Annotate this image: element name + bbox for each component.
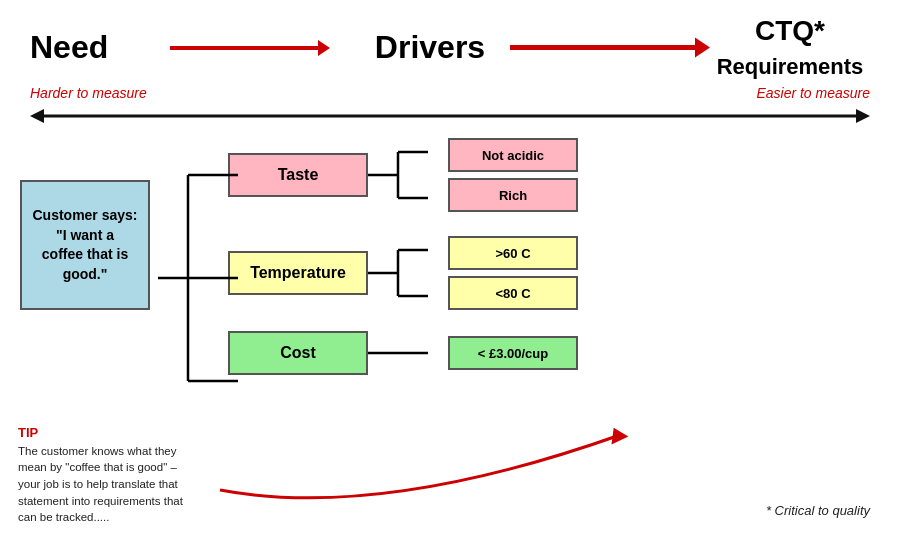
measure-arrow-container (30, 103, 870, 129)
arrow-drivers-to-ctq (510, 25, 710, 70)
customer-box: Customer says:"I want acoffee that isgoo… (20, 180, 150, 310)
svg-marker-5 (30, 109, 44, 123)
taste-ctq-group: Not acidic Rich (448, 138, 578, 212)
ctq-gt60c: >60 C (448, 236, 578, 270)
need-label: Need (30, 29, 150, 66)
svg-marker-3 (695, 38, 710, 58)
arrow-need-to-drivers (150, 30, 350, 66)
svg-marker-21 (609, 426, 630, 445)
ctq-label: CTQ* Requirements (710, 14, 870, 81)
temperature-ctq-group: >60 C <80 C (448, 236, 578, 310)
customer-text: Customer says:"I want acoffee that isgoo… (32, 206, 137, 284)
svg-marker-6 (856, 109, 870, 123)
cost-connector (368, 333, 448, 373)
temperature-connector (368, 233, 448, 313)
taste-connector (368, 135, 448, 215)
header-row: Need Drivers CTQ* Requirements (0, 0, 900, 85)
easier-to-measure-label: Easier to measure (740, 85, 870, 101)
tip-label: TIP (18, 424, 183, 443)
ctq-lt80c: <80 C (448, 276, 578, 310)
main-content: Customer says:"I want acoffee that isgoo… (0, 135, 900, 375)
cost-ctq-group: < £3.00/cup (448, 336, 578, 370)
tip-box: TIP The customer knows what they mean by… (18, 424, 183, 526)
tip-text: The customer knows what they mean by "co… (18, 443, 183, 526)
drivers-label: Drivers (350, 29, 510, 66)
measure-labels-row: Harder to measure Easier to measure (0, 85, 900, 101)
tree-connector-svg (158, 135, 358, 425)
svg-marker-1 (318, 40, 330, 56)
ctq-rich: Rich (448, 178, 578, 212)
ctq-not-acidic: Not acidic (448, 138, 578, 172)
footnote: * Critical to quality (766, 503, 870, 518)
ctq-cost-value: < £3.00/cup (448, 336, 578, 370)
harder-to-measure-label: Harder to measure (30, 85, 160, 101)
